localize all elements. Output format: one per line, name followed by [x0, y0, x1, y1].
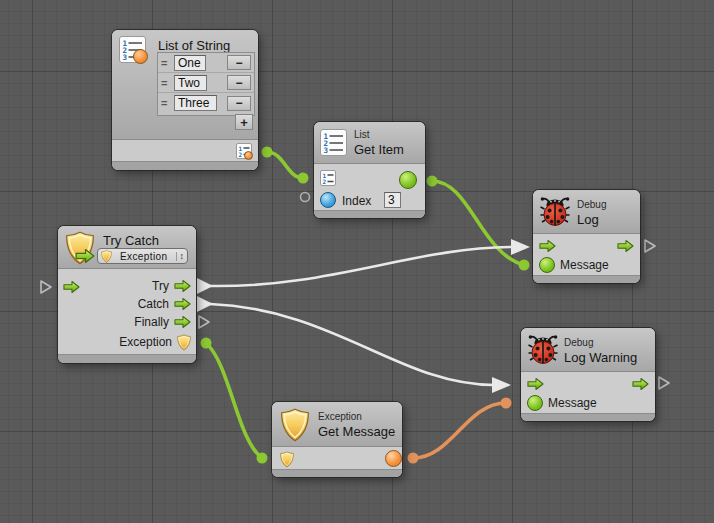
wire-endpoint [501, 398, 512, 409]
node-bottom-strip [272, 469, 402, 477]
node-try-catch[interactable]: Try Catch Exception ↕ Try Catch Finally … [58, 226, 196, 363]
add-item-button[interactable]: + [235, 114, 253, 130]
exception-output-port[interactable] [177, 334, 191, 351]
catch-output-port[interactable] [174, 297, 191, 311]
wire-endpoint [408, 453, 419, 464]
item-output-port[interactable] [399, 171, 417, 189]
node-title: Get Item [354, 142, 404, 157]
list-item-row: = − [158, 73, 254, 93]
wire-source-triangle [197, 296, 213, 312]
orange-object-dot-icon [244, 151, 253, 160]
node-category: Exception [318, 411, 362, 422]
updown-icon: ↕ [176, 252, 185, 261]
index-label: Index [342, 194, 371, 208]
unconnected-index-input-marker[interactable] [301, 193, 310, 202]
wire-catch-to-logwarning[interactable] [210, 304, 494, 385]
node-category: Debug [577, 199, 606, 210]
unconnected-warning-output-marker[interactable] [659, 377, 669, 389]
wire-endpoint [257, 453, 268, 464]
catch-port-label: Catch [138, 297, 169, 311]
list-item-row: = − [158, 93, 254, 113]
unconnected-flow-input-marker[interactable] [41, 281, 51, 293]
ladybug-icon [539, 195, 571, 227]
list-output-port[interactable] [236, 143, 253, 160]
flow-output-port[interactable] [617, 239, 634, 253]
list-item-input[interactable] [174, 75, 207, 91]
node-title: Get Message [318, 424, 395, 439]
list-of-string-icon [119, 36, 147, 64]
remove-item-button[interactable]: − [227, 96, 251, 111]
node-bottom-strip [533, 275, 640, 283]
graph-canvas[interactable]: List of String = − = − = − + [0, 0, 714, 523]
node-list-of-string[interactable]: List of String = − = − = − + [112, 30, 258, 170]
wire-arrowhead [511, 239, 530, 255]
node-bottom-strip [58, 354, 196, 363]
flow-input-port[interactable] [63, 280, 80, 294]
wire-endpoint [519, 260, 530, 271]
try-output-port[interactable] [174, 279, 191, 293]
node-title: List of String [158, 38, 230, 53]
remove-item-button[interactable]: − [227, 55, 251, 70]
wire-exception-to-getmessage[interactable] [206, 343, 262, 458]
node-title: Log [577, 212, 599, 227]
node-bottom-strip [314, 210, 425, 218]
drag-handle-icon[interactable]: = [161, 57, 174, 69]
wire-endpoint [201, 338, 212, 349]
dropdown-value: Exception [116, 251, 172, 262]
wire-endpoint [298, 173, 309, 184]
exception-type-dropdown[interactable]: Exception ↕ [97, 248, 188, 264]
remove-item-button[interactable]: − [227, 75, 251, 90]
drag-handle-icon[interactable]: = [161, 77, 174, 89]
list-item-row: = − [158, 53, 254, 73]
message-label: Message [560, 258, 609, 272]
try-port-label: Try [152, 279, 169, 293]
list-icon [320, 129, 347, 156]
message-label: Message [548, 396, 597, 410]
wire-endpoint [262, 147, 273, 158]
unconnected-finally-marker[interactable] [199, 316, 209, 328]
index-input[interactable] [384, 192, 401, 208]
finally-port-label: Finally [134, 315, 169, 329]
node-category: Debug [564, 337, 593, 348]
message-input-port[interactable] [539, 257, 555, 273]
node-category: List [354, 129, 370, 140]
node-title: Try Catch [103, 233, 159, 248]
shield-icon [280, 408, 310, 442]
flow-output-port[interactable] [632, 377, 649, 391]
message-input-port[interactable] [527, 395, 543, 411]
drag-handle-icon[interactable]: = [161, 97, 174, 109]
flow-arrow-icon [75, 248, 95, 264]
wire-list-to-getitem[interactable] [267, 152, 303, 178]
wire-source-triangle [197, 278, 213, 294]
list-item-input[interactable] [174, 95, 217, 111]
wire-try-to-log[interactable] [210, 247, 513, 286]
wire-endpoint [427, 176, 438, 187]
list-item-input[interactable] [174, 55, 206, 71]
node-debug-log-warning[interactable]: Debug Log Warning Message [521, 328, 655, 421]
wire-arrowhead [492, 377, 511, 393]
shield-icon [101, 250, 112, 263]
exception-port-label: Exception [119, 335, 172, 349]
message-output-port[interactable] [385, 450, 402, 467]
flow-input-port[interactable] [539, 239, 556, 253]
node-bottom-strip [521, 413, 655, 421]
node-title: Log Warning [564, 350, 637, 365]
exception-input-port[interactable] [280, 451, 294, 468]
orange-object-dot-icon [133, 49, 148, 64]
index-input-port[interactable] [320, 192, 336, 208]
list-input-port-icon[interactable] [320, 170, 336, 186]
node-bottom-strip [112, 161, 258, 170]
unconnected-log-output-marker[interactable] [645, 240, 655, 252]
list-items-editor: = − = − = − [157, 52, 255, 116]
node-debug-log[interactable]: Debug Log Message [533, 190, 640, 283]
flow-input-port[interactable] [527, 377, 544, 391]
node-get-message[interactable]: Exception Get Message [272, 402, 402, 477]
wire-getmessage-to-warning-message[interactable] [413, 403, 506, 458]
finally-output-port[interactable] [174, 315, 191, 329]
ladybug-icon [527, 333, 559, 365]
node-get-item[interactable]: List Get Item Index [314, 122, 425, 218]
